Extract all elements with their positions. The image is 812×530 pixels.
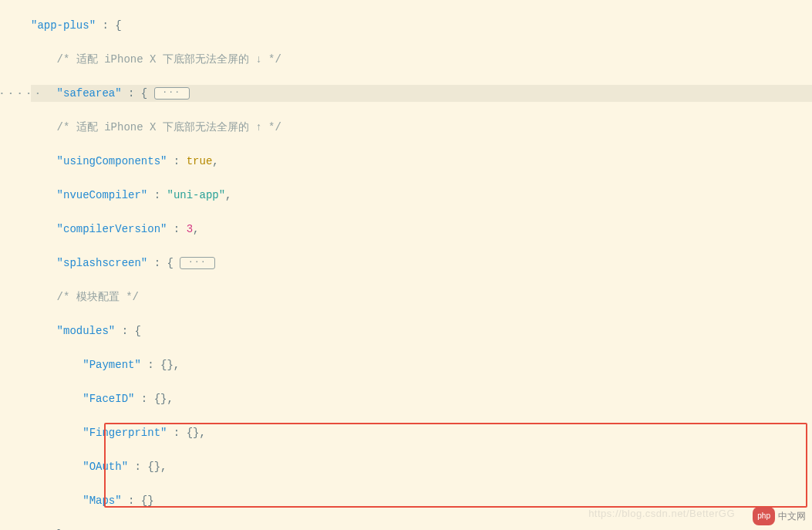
key-maps: Maps: [89, 495, 116, 507]
code-line: /* 模块配置 */: [31, 289, 812, 306]
val-using-components: true: [187, 155, 213, 167]
code-line: "usingComponents" : true,: [31, 153, 812, 170]
key-faceid: FaceID: [89, 393, 128, 405]
comment-module-config: /* 模块配置 */: [57, 291, 139, 303]
fold-button-safearea[interactable]: ···: [154, 87, 190, 100]
watermark-faint: https://blog.csdn.net/BetterGG: [588, 505, 735, 522]
code-line: "compilerVersion" : 3,: [31, 221, 812, 238]
code-line: "Payment" : {},: [31, 356, 812, 373]
watermark-text: 中文网: [778, 508, 806, 525]
key-compiler-version: compilerVersion: [63, 223, 160, 235]
watermark-badge: php: [753, 507, 775, 525]
code-line: "OAuth" : {},: [31, 458, 812, 475]
code-line: "FaceID" : {},: [31, 390, 812, 407]
key-fingerprint: Fingerprint: [89, 427, 160, 439]
comment-iphonex-up: /* 适配 iPhone X 下底部无法全屏的 ↑ */: [57, 121, 281, 133]
val-compiler-version: 3: [187, 223, 193, 235]
key-nvue-compiler: nvueCompiler: [63, 189, 141, 201]
watermark: php 中文网: [753, 507, 806, 525]
code-line: /* 适配 iPhone X 下底部无法全屏的 ↑ */: [31, 119, 812, 136]
code-editor: "app-plus" : { /* 适配 iPhone X 下底部无法全屏的 ↓…: [0, 0, 812, 530]
comment-iphonex-down: /* 适配 iPhone X 下底部无法全屏的 ↓ */: [57, 53, 281, 66]
key-splashscreen: splashscreen: [63, 257, 141, 269]
code-line: "nvueCompiler" : "uni-app",: [31, 187, 812, 204]
key-payment: Payment: [89, 359, 135, 371]
code-line: "app-plus" : {: [31, 17, 812, 34]
code-line: "modules" : {: [31, 322, 812, 339]
val-nvue-compiler: uni-app: [174, 189, 219, 201]
key-app-plus: app-plus: [37, 19, 89, 32]
code-line: "Fingerprint" : {},: [31, 424, 812, 441]
fold-dots: • • • • •: [0, 85, 31, 102]
highlighted-line: • • • • • "safearea" : { ···: [31, 85, 812, 102]
key-using-components: usingComponents: [63, 155, 160, 167]
key-safearea: safearea: [63, 87, 115, 100]
key-oauth: OAuth: [89, 461, 122, 473]
gutter: [0, 0, 31, 530]
code-line: },: [31, 526, 812, 530]
fold-button-splashscreen[interactable]: ···: [180, 257, 215, 269]
code-line: "splashscreen" : { ···: [31, 255, 812, 272]
key-modules: modules: [63, 325, 109, 337]
code-line: /* 适配 iPhone X 下底部无法全屏的 ↓ */: [31, 51, 812, 68]
